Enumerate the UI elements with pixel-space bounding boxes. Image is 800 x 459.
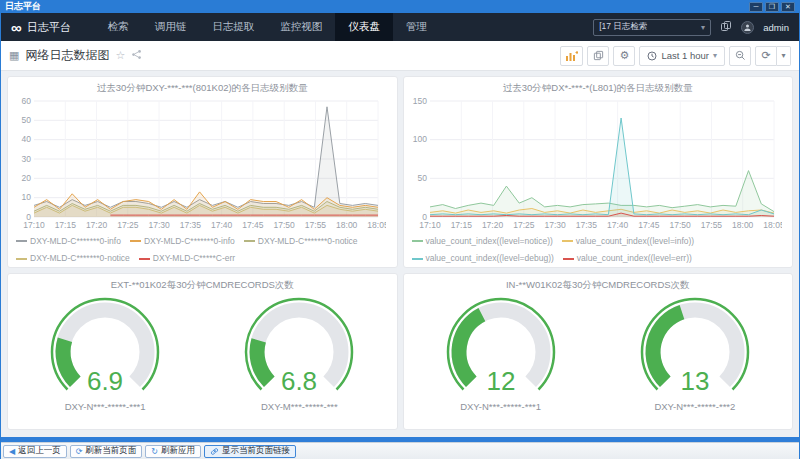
svg-text:40: 40 [22, 134, 32, 144]
svg-text:17:50: 17:50 [274, 220, 296, 229]
minimize-button[interactable]: ─ [749, 2, 763, 12]
svg-text:30: 30 [22, 154, 32, 164]
share-icon[interactable] [131, 49, 142, 62]
svg-text:17:15: 17:15 [450, 220, 472, 229]
time-range-value: Last 1 hour [661, 50, 709, 61]
dashboard-toolbar: ▦ 网络日志数据图 ☆ ⚙ Last 1 hour ▾ [1, 41, 799, 71]
nav-item-1[interactable]: 调用链 [142, 13, 200, 41]
legend-item[interactable]: DXY-MLD-C*******0-info [16, 235, 121, 248]
nav-item-4[interactable]: 仪表盘 [335, 13, 393, 41]
legend-item[interactable]: value_count_index((level=notice)) [412, 235, 553, 248]
close-button[interactable]: ✕ [781, 2, 795, 12]
brand: ∞ 日志平台 [1, 20, 81, 35]
svg-text:17:30: 17:30 [544, 220, 566, 229]
status-bar: ◀ 返回上一页 ⟳ 刷新当前页面 ↻ 刷新应用 显示当前页面链接 [1, 442, 799, 459]
line-chart[interactable]: 010203040506017:1017:1517:2017:2517:3017… [8, 95, 386, 229]
app-window: 日志平台 ─ ❐ ✕ ∞ 日志平台 检索调用链日志提取监控视图仪表盘管理 [17… [0, 0, 800, 459]
svg-text:17:30: 17:30 [148, 220, 170, 229]
legend-item[interactable]: DXY-MLD-C*******0-info [130, 235, 235, 248]
svg-text:17:15: 17:15 [55, 220, 77, 229]
chart-title: IN-**W01K02每30分钟CMDRECORDS次数 [404, 274, 793, 292]
settings-gear-icon[interactable]: ⚙ [613, 46, 635, 66]
workspace-select-value: [17 日志检索 [599, 21, 647, 33]
window-titlebar: 日志平台 ─ ❐ ✕ [1, 0, 799, 13]
dashboard-grid: 过去30分钟DXY-***-***(801K02)的各日志级别数量 010203… [1, 71, 799, 437]
chevron-down-icon: ▾ [701, 23, 705, 32]
refresh-icon: ↻ [151, 447, 158, 456]
user-menu[interactable]: admin [763, 22, 789, 33]
nav-item-0[interactable]: 检索 [95, 13, 142, 41]
gauge-label: DXY-N***-*****-***1 [460, 401, 541, 412]
gauge-chart[interactable]: 13DXY-N***-*****-***2 [598, 292, 792, 429]
nav-menu: 检索调用链日志提取监控视图仪表盘管理 [95, 13, 440, 41]
svg-text:150: 150 [412, 96, 426, 106]
window-title: 日志平台 [5, 0, 41, 13]
nav-item-3[interactable]: 监控视图 [267, 13, 335, 41]
svg-text:6.9: 6.9 [87, 366, 123, 396]
restore-button[interactable]: ❐ [765, 2, 779, 12]
svg-text:17:55: 17:55 [700, 220, 722, 229]
panel-log-levels-right: 过去30分钟DX*-***-*(L801)的各日志级别数量 0501001501… [403, 76, 794, 268]
workspace-select[interactable]: [17 日志检索 ▾ [593, 19, 711, 36]
legend-item[interactable]: DXY-MLD-C*******0-notice [244, 235, 358, 248]
refresh-page-button[interactable]: ⟳ 刷新当前页面 [70, 445, 143, 458]
gauge-chart[interactable]: 12DXY-N***-*****-***1 [404, 292, 598, 429]
show-page-link-button[interactable]: 显示当前页面链接 [204, 445, 296, 458]
user-avatar-icon[interactable] [741, 21, 754, 34]
zoom-out-button[interactable] [729, 46, 751, 66]
svg-text:17:35: 17:35 [575, 220, 597, 229]
add-chart-button[interactable] [560, 46, 583, 66]
refresh-button[interactable]: ⟳ [755, 46, 777, 66]
gauge-row: 12DXY-N***-*****-***113DXY-N***-*****-**… [404, 292, 793, 429]
svg-text:17:55: 17:55 [305, 220, 327, 229]
refresh-app-button[interactable]: ↻ 刷新应用 [145, 445, 201, 458]
svg-text:18:05: 18:05 [763, 220, 782, 229]
chart-legend: value_count_index((level=notice))value_c… [404, 229, 793, 267]
svg-text:6.8: 6.8 [281, 366, 317, 396]
svg-text:17:10: 17:10 [419, 220, 441, 229]
legend-item[interactable]: value_count_index((level=debug)) [412, 252, 554, 265]
svg-text:60: 60 [22, 96, 32, 106]
nav-item-5[interactable]: 管理 [393, 13, 440, 41]
svg-text:17:40: 17:40 [606, 220, 628, 229]
svg-text:50: 50 [22, 115, 32, 125]
svg-text:17:25: 17:25 [117, 220, 139, 229]
back-arrow-icon: ◀ [9, 447, 15, 456]
svg-text:10: 10 [22, 192, 32, 202]
svg-text:17:45: 17:45 [638, 220, 660, 229]
refresh-interval-caret[interactable]: ▾ [777, 46, 791, 66]
svg-text:17:20: 17:20 [481, 220, 503, 229]
svg-text:17:40: 17:40 [211, 220, 233, 229]
svg-text:18:05: 18:05 [367, 220, 386, 229]
back-button[interactable]: ◀ 返回上一页 [3, 445, 67, 458]
link-icon [210, 447, 219, 456]
svg-text:17:45: 17:45 [242, 220, 264, 229]
panel-log-levels-left: 过去30分钟DXY-***-***(801K02)的各日志级别数量 010203… [7, 76, 398, 268]
chart-title: 过去30分钟DX*-***-*(L801)的各日志级别数量 [404, 77, 793, 95]
time-range-picker[interactable]: Last 1 hour ▾ [639, 46, 725, 66]
legend-item[interactable]: value_count_index((level=err)) [563, 252, 692, 265]
legend-item[interactable]: DXY-MLD-C*****C-err [139, 252, 235, 265]
panel-gauges-in: IN-**W01K02每30分钟CMDRECORDS次数 12DXY-N***-… [403, 273, 794, 430]
chart-title: 过去30分钟DXY-***-***(801K02)的各日志级别数量 [8, 77, 397, 95]
refresh-icon: ⟳ [76, 447, 83, 456]
line-chart[interactable]: 05010015017:1017:1517:2017:2517:3017:351… [404, 95, 782, 229]
svg-text:17:25: 17:25 [513, 220, 535, 229]
favorite-star-icon[interactable]: ☆ [115, 49, 125, 62]
chevron-down-icon: ▾ [713, 51, 717, 60]
clock-icon [647, 51, 657, 61]
svg-text:17:50: 17:50 [669, 220, 691, 229]
brand-name: 日志平台 [27, 20, 71, 35]
svg-text:100: 100 [412, 134, 426, 144]
switch-app-icon[interactable] [720, 18, 732, 36]
legend-item[interactable]: DXY-MLD-C*******0-notice [16, 252, 130, 265]
nav-item-2[interactable]: 日志提取 [199, 13, 267, 41]
legend-item[interactable]: value_count_index((level=info)) [562, 235, 694, 248]
svg-text:50: 50 [417, 173, 427, 183]
logo-icon: ∞ [11, 20, 22, 35]
gauge-chart[interactable]: 6.9DXY-N***-*****-***1 [8, 292, 202, 429]
gauge-chart[interactable]: 6.8DXY-M***-*****-*** [202, 292, 396, 429]
copy-dashboard-button[interactable] [587, 46, 609, 66]
gauge-row: 6.9DXY-N***-*****-***16.8DXY-M***-*****-… [8, 292, 397, 429]
gauge-label: DXY-N***-*****-***1 [65, 401, 146, 412]
